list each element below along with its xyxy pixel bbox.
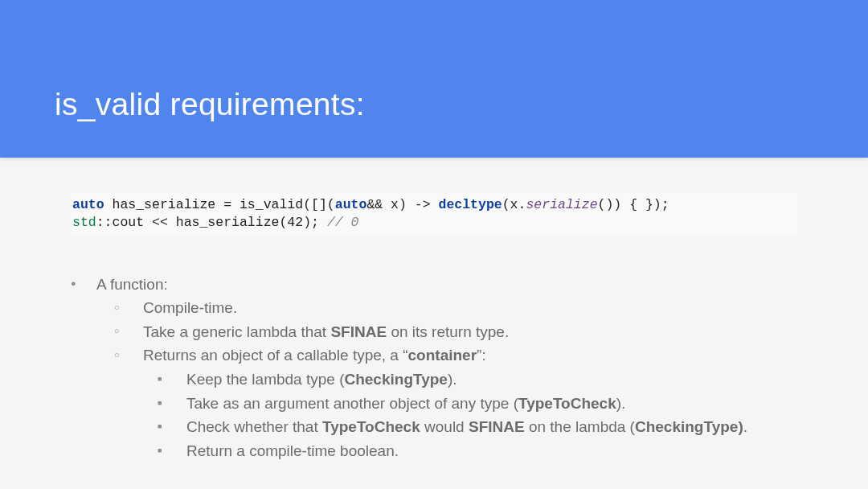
bullet-text: Check whether that	[186, 418, 322, 435]
bullet-text: on its return type.	[387, 323, 509, 340]
list-item: Return a compile-time boolean.	[158, 439, 797, 463]
bullet-bold: CheckingType)	[635, 418, 743, 435]
bullet-text: Compile-time.	[143, 299, 237, 316]
bullet-bold: SFINAE	[330, 323, 387, 340]
bullet-text: ”:	[477, 347, 486, 364]
slide-content: auto has_serialize = is_valid([](auto&& …	[0, 158, 868, 463]
code-text: ()) { });	[598, 197, 669, 212]
bullet-text: ).	[616, 395, 626, 412]
list-item: Compile-time.	[114, 296, 797, 320]
code-text: && x) ->	[366, 197, 438, 212]
bullet-text: Take a generic lambda that	[143, 323, 330, 340]
slide-title: is_valid requirements:	[55, 87, 365, 122]
bullet-bold: TypeToCheck	[518, 395, 616, 412]
bullet-text: Return a compile-time boolean.	[186, 442, 399, 459]
list-item: Take as an argument another object of an…	[158, 392, 797, 416]
code-text: ::cout << has_serialize(42);	[96, 215, 327, 230]
code-keyword-auto: auto	[72, 197, 104, 212]
list-item: Check whether that TypeToCheck would SFI…	[158, 415, 797, 439]
code-keyword-auto: auto	[335, 197, 367, 212]
code-example: auto has_serialize = is_valid([](auto&& …	[71, 193, 797, 236]
code-namespace-std: std	[72, 215, 96, 230]
code-keyword-decltype: decltype	[439, 197, 502, 212]
bullet-text: on the lambda (	[525, 418, 635, 435]
code-text: (x.	[502, 197, 526, 212]
bullet-bold: TypeToCheck	[322, 418, 420, 435]
slide-header: is_valid requirements:	[0, 0, 868, 158]
bullet-text: .	[743, 418, 747, 435]
list-item: Take a generic lambda that SFINAE on its…	[114, 320, 797, 344]
bullet-text: ).	[448, 371, 457, 388]
list-item: Keep the lambda type (CheckingType).	[158, 368, 797, 392]
bullet-bold: CheckingType	[344, 371, 447, 388]
bullet-text: Take as an argument another object of an…	[186, 395, 518, 412]
code-comment: // 0	[327, 215, 359, 230]
bullet-text: A function:	[96, 276, 168, 293]
bullet-bold: SFINAE	[469, 418, 525, 435]
bullet-bold: container	[408, 347, 477, 364]
bullet-text: Keep the lambda type (	[186, 371, 344, 388]
bullet-text: would	[420, 418, 469, 435]
code-method-serialize: serialize	[526, 197, 597, 212]
list-item: Returns an object of a callable type, a …	[114, 343, 797, 462]
bullet-text: Returns an object of a callable type, a …	[143, 347, 408, 364]
bullet-list: A function: Compile-time. Take a generic…	[71, 273, 797, 463]
list-item: A function: Compile-time. Take a generic…	[71, 273, 797, 463]
code-text: has_serialize = is_valid([](	[104, 197, 335, 212]
